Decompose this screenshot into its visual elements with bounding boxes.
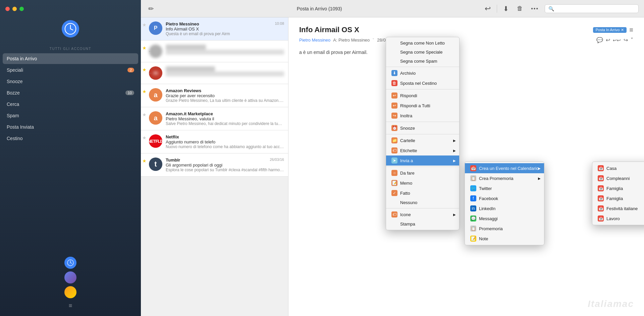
star-icon-6[interactable]: ★	[142, 158, 147, 164]
ctx-segna-speciale[interactable]: Segna come Speciale	[386, 48, 459, 57]
star-icon-1[interactable]: ★	[142, 45, 147, 51]
sender-0: Pietro Messineo	[166, 21, 199, 26]
ctx-invia-a[interactable]: ➤ Invia a	[386, 155, 459, 166]
close-button[interactable]	[5, 7, 10, 11]
submenu-label: Messaggi	[479, 216, 498, 221]
ctx-label: Stampa	[400, 222, 415, 227]
ctx-label: Sposta nel Cestino	[400, 81, 437, 86]
email-view-header: Info Airmail OS X Posta In Arrivo ✕ ≡	[299, 25, 633, 34]
cal-item-casa[interactable]: 📅 Casa	[592, 163, 644, 173]
more-actions-icon[interactable]: ˅	[631, 37, 633, 43]
email-body: a è un email di prova per Airmail.	[299, 49, 633, 56]
ctx-inoltra[interactable]: ↪ Inoltra	[386, 111, 459, 121]
calendar-icon: 📅	[470, 165, 476, 171]
email-item-3[interactable]: ★ a Amazon Reviews Grazie per aver recen…	[141, 84, 288, 107]
reply-icon[interactable]: ↩	[606, 37, 610, 43]
maximize-button[interactable]	[19, 7, 24, 11]
submenu-promemoria2[interactable]: 📋 Promemoria	[465, 224, 544, 234]
account-avatar-1[interactable]	[64, 257, 76, 269]
email-item-5[interactable]: ★ NETFLIX Netflix Aggiunto numero di tel…	[141, 130, 288, 153]
submenu-facebook[interactable]: f Facebook	[465, 193, 544, 203]
ctx-da-fare[interactable]: ○ Da fare	[386, 168, 459, 178]
tag-label: Posta In Arrivo	[596, 28, 620, 32]
sidebar-item-spam[interactable]: Spam	[3, 110, 138, 121]
reply-button[interactable]: ↩	[483, 3, 493, 14]
email-options-button[interactable]: ≡	[629, 26, 633, 34]
star-icon-4[interactable]: ★	[142, 112, 147, 117]
ctx-nessuno[interactable]: Nessuno	[386, 198, 459, 207]
sidebar-item-posta-arrivo[interactable]: Posta in Arrivo	[3, 53, 138, 64]
ctx-label: Rispondi	[400, 93, 417, 98]
comment-icon[interactable]: 💬	[596, 37, 603, 43]
ctx-memo[interactable]: 📝 Memo	[386, 178, 459, 188]
ctx-cartelle[interactable]: 📁 Cartelle	[386, 135, 459, 145]
email-content-3: Amazon Reviews Grazie per aver recensito…	[166, 88, 284, 103]
ctx-icone[interactable]: 🏷 Icone	[386, 209, 459, 219]
ctx-archivio[interactable]: ⬇ Archivio	[386, 68, 459, 78]
sidebar-item-snooze[interactable]: Snooze	[3, 76, 138, 87]
tag-close-button[interactable]: ✕	[621, 28, 624, 32]
sidebar-item-posta-inviata[interactable]: Posta Inviata	[3, 122, 138, 132]
account-avatar-2[interactable]	[64, 271, 76, 283]
submenu-linkedin[interactable]: in LinkedIn	[465, 203, 544, 213]
sidebar-item-cestino[interactable]: Cestino	[3, 133, 138, 144]
ctx-cestino[interactable]: 🗑 Sposta nel Cestino	[386, 78, 459, 88]
calendar-compleanni-icon: 📅	[598, 175, 604, 181]
email-item-6[interactable]: ★ t Tumblr 26/03/16 Gli argomenti popola…	[141, 153, 288, 177]
submenu-note[interactable]: 📝 Note	[465, 234, 544, 244]
ctx-segna-spam[interactable]: Segna come Spam	[386, 57, 459, 66]
preview-5: Nuovo numero di telefono come ha abbiamo…	[166, 144, 284, 149]
cal-label: Famiglia	[606, 186, 623, 191]
ctx-sep-3	[386, 122, 459, 122]
reply-all-icon[interactable]: ↩↩	[613, 38, 621, 43]
ctx-stampa[interactable]: Stampa	[386, 219, 459, 229]
search-input[interactable]	[556, 6, 635, 11]
ctx-fatto[interactable]: ✓ Fatto	[386, 188, 459, 198]
calendar-casa-icon: 📅	[598, 165, 604, 171]
star-icon-0[interactable]: ★	[142, 22, 147, 27]
sender-4: Amazon.it Marketplace	[166, 111, 213, 116]
email-item-2[interactable]: ★ ← m ████████████████ █████████████████…	[141, 62, 288, 84]
sidebar-item-cerca[interactable]: Cerca	[3, 99, 138, 110]
compose-button[interactable]: ✏	[146, 3, 156, 14]
folders-icon: 📁	[391, 137, 397, 143]
submenu-messaggi[interactable]: 💬 Messaggi	[465, 213, 544, 224]
svg-line-5	[70, 263, 72, 263]
archive-button[interactable]: ⬇	[501, 3, 511, 14]
ctx-etichette[interactable]: 🏷 Etichette	[386, 145, 459, 155]
cal-item-festivita[interactable]: 📅 Festività italiane	[592, 203, 644, 213]
submenu-invia: 📅 Crea un Evento nel Calendario 📋 Crea P…	[465, 162, 544, 245]
cal-item-lavoro[interactable]: 📅 Lavoro	[592, 213, 644, 224]
trash-button[interactable]: 🗑	[515, 4, 525, 13]
star-icon-5[interactable]: ★	[142, 135, 147, 140]
cal-label: Compleanni	[606, 176, 630, 181]
ctx-segna-non-letto[interactable]: Segna come Non Letto	[386, 39, 459, 48]
sidebar-item-bozze[interactable]: Bozze 10	[3, 87, 138, 98]
cal-item-compleanni[interactable]: 📅 Compleanni	[592, 173, 644, 183]
more-button[interactable]: •••	[529, 4, 541, 13]
email-item-4[interactable]: ★ a Amazon.it Marketplace Pietro Messine…	[141, 107, 288, 130]
ctx-rispondi[interactable]: ↩ Rispondi	[386, 90, 459, 101]
minimize-button[interactable]	[12, 7, 17, 11]
forward-icon[interactable]: ↪	[624, 37, 628, 43]
email-item-0[interactable]: ★ P Pietro Messineo 10:08 Info Airmail O…	[141, 17, 288, 41]
submenu-calendario[interactable]: 📅 Crea un Evento nel Calendario	[465, 163, 544, 173]
cal-item-famiglia2[interactable]: 📅 Famiglia	[592, 193, 644, 203]
star-icon-2[interactable]: ★	[142, 67, 147, 72]
sidebar-item-speciali[interactable]: Speciali 2	[3, 65, 138, 75]
sender-1: ████████████	[166, 45, 206, 50]
subject-5: Aggiunto numero di telefo	[166, 139, 284, 144]
star-icon-3[interactable]: ★	[142, 89, 147, 94]
email-item-1[interactable]: ★ ← ████████████ ███████████████████	[141, 41, 288, 62]
ctx-snooze[interactable]: ⏰ Snooze	[386, 123, 459, 133]
calendar-festivita-icon: 📅	[598, 205, 604, 211]
calendar-famiglia1-icon: 📅	[598, 185, 604, 191]
context-menu: Segna come Non Letto Segna come Speciale…	[386, 37, 460, 230]
hamburger-menu[interactable]: ≡	[3, 301, 138, 311]
account-avatar-3[interactable]	[64, 286, 76, 298]
submenu-promemoria[interactable]: 📋 Crea Promemoria	[465, 173, 544, 183]
cal-item-famiglia1[interactable]: 📅 Famiglia	[592, 183, 644, 193]
ctx-rispondi-tutti[interactable]: ↩ Rispondi a Tutti	[386, 101, 459, 111]
email-content-2: ████████████████ ███████████████████████…	[166, 66, 284, 76]
submenu-twitter[interactable]: 🐦 Twitter	[465, 183, 544, 193]
